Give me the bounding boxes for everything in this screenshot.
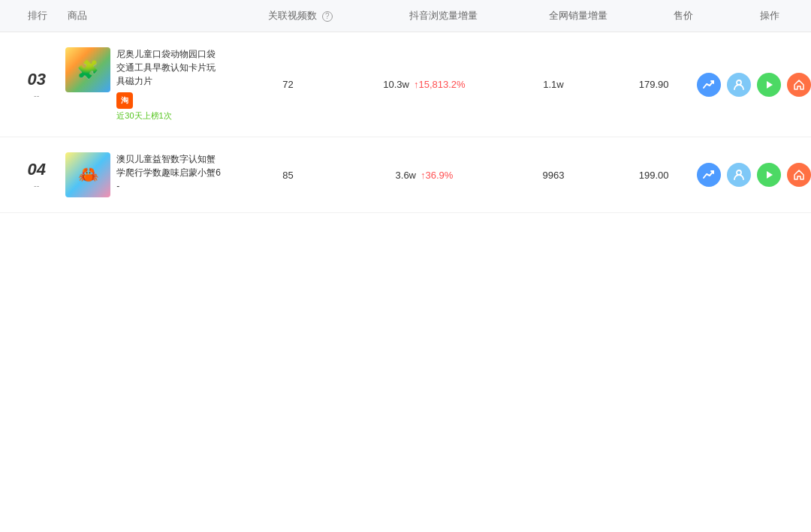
product-tags: 淘 近30天上榜1次	[116, 92, 223, 122]
chart-icon	[703, 169, 715, 181]
rank-number: 03 --	[0, 70, 58, 100]
header-price: 售价	[638, 9, 728, 23]
home-button[interactable]	[787, 73, 811, 97]
chart-button[interactable]	[697, 73, 721, 97]
chart-button[interactable]	[697, 163, 721, 187]
home-icon	[793, 79, 805, 91]
action-buttons	[697, 163, 811, 187]
product-cell: 尼奥儿童口袋动物园口袋交通工具早教认知卡片玩具磁力片 淘 近30天上榜1次	[58, 47, 223, 122]
sales-count: 1.1w	[496, 79, 611, 90]
user-icon	[733, 169, 745, 181]
table-row: 03 -- 尼奥儿童口袋动物园口袋交通工具早教认知卡片玩具磁力片 淘 近30天上…	[0, 32, 811, 137]
svg-point-0	[737, 80, 741, 85]
header-product: 商品	[60, 9, 233, 23]
views-cell: 10.3w ↑15,813.2%	[352, 79, 496, 90]
user-button[interactable]	[727, 163, 751, 187]
play-button[interactable]	[757, 163, 781, 187]
svg-marker-1	[767, 81, 773, 89]
views-base: 10.3w	[383, 79, 409, 90]
views-growth: ↑15,813.2%	[414, 79, 466, 90]
views-content: 3.6w ↑36.9%	[352, 170, 496, 181]
videos-tip-icon[interactable]: ?	[322, 11, 333, 22]
action-buttons	[697, 73, 811, 97]
price: 179.90	[611, 79, 697, 90]
user-icon	[733, 79, 745, 91]
play-button[interactable]	[757, 73, 781, 97]
header-actions: 操作	[728, 9, 811, 23]
user-button[interactable]	[727, 73, 751, 97]
table-row: 04 -- 澳贝儿童益智数字认知蟹学爬行学数趣味启蒙小蟹6- 85 3.6w ↑…	[0, 137, 811, 213]
views-growth: ↑36.9%	[421, 170, 453, 181]
home-button[interactable]	[787, 163, 811, 187]
header-sales: 全网销量增量	[518, 9, 638, 23]
rank-number: 04 --	[0, 160, 58, 190]
views-content: 10.3w ↑15,813.2%	[352, 79, 496, 90]
home-icon	[793, 169, 805, 181]
views-cell: 3.6w ↑36.9%	[352, 170, 496, 181]
table-header: 排行 商品 关联视频数 ? 抖音浏览量增量 全网销量增量 售价 操作	[0, 0, 811, 32]
product-image	[65, 152, 110, 197]
views-base: 3.6w	[396, 170, 416, 181]
svg-marker-3	[767, 171, 773, 179]
chart-icon	[703, 79, 715, 91]
videos-count: 85	[223, 170, 352, 181]
platform-icon: 淘	[116, 92, 133, 109]
sales-count: 9963	[496, 170, 611, 181]
product-name: 澳贝儿童益智数字认知蟹学爬行学数趣味启蒙小蟹6-	[116, 152, 223, 193]
price: 199.00	[611, 170, 697, 181]
header-views: 抖音浏览量增量	[368, 9, 518, 23]
product-info: 尼奥儿童口袋动物园口袋交通工具早教认知卡片玩具磁力片 淘 近30天上榜1次	[116, 47, 223, 122]
product-cell: 澳贝儿童益智数字认知蟹学爬行学数趣味启蒙小蟹6-	[58, 152, 223, 197]
product-name: 尼奥儿童口袋动物园口袋交通工具早教认知卡片玩具磁力片	[116, 47, 223, 88]
recent-label: 近30天上榜1次	[116, 110, 223, 122]
header-videos: 关联视频数 ?	[233, 9, 368, 23]
play-icon	[763, 169, 775, 181]
product-image	[65, 47, 110, 92]
header-rank: 排行	[0, 9, 60, 23]
play-icon	[763, 79, 775, 91]
product-info: 澳贝儿童益智数字认知蟹学爬行学数趣味启蒙小蟹6-	[116, 152, 223, 193]
videos-count: 72	[223, 79, 352, 90]
